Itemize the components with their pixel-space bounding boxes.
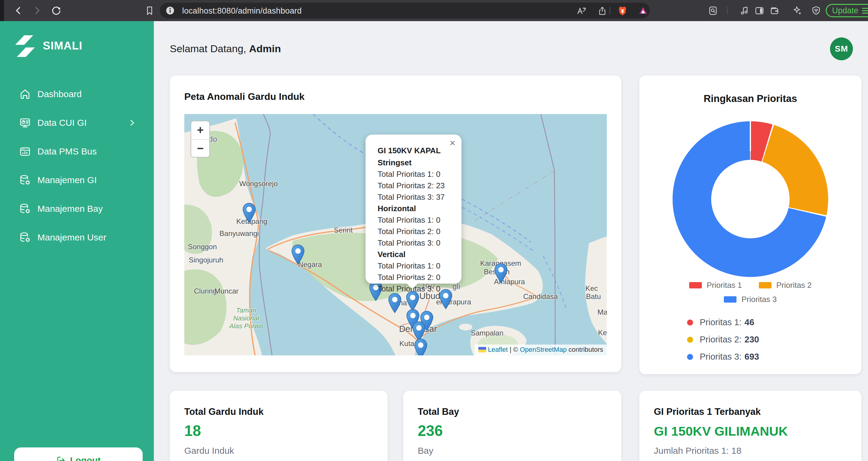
back-icon[interactable] [14, 6, 24, 16]
map-card-title: Peta Anomali Gardu Induk [184, 91, 305, 102]
map-popup: × GI 150KV KAPAL Stringset Total Priorit… [366, 134, 461, 284]
sidebar: SIMALI Dashboard Data CUI GI Data PMS Bu… [0, 21, 154, 461]
map-marker[interactable] [414, 339, 427, 356]
sidebar-item-data-cui-gi[interactable]: Data CUI GI [0, 112, 154, 133]
avatar[interactable]: SM [830, 37, 853, 60]
zoom-out-button[interactable]: − [191, 140, 209, 157]
database-gear-icon [19, 203, 31, 215]
popup-line: Total Prioritas 1: 0 [378, 168, 456, 180]
home-icon [19, 88, 31, 100]
popup-title: GI 150KV KAPAL [378, 146, 456, 156]
sidebar-item-manajemen-bay[interactable]: Manajemen Bay [0, 198, 154, 219]
kpi-card-total-gardu-induk: Total Gardu Induk 18 Gardu Induk [170, 391, 388, 461]
logout-label: Logout [70, 455, 101, 461]
bookmark-icon[interactable] [145, 6, 154, 16]
username: Admin [249, 43, 281, 54]
welcome-text: Selamat Datang, Admin [170, 43, 281, 55]
popup-line: Total Prioritas 3: 0 [378, 283, 456, 295]
share-icon[interactable] [597, 6, 607, 16]
map-marker[interactable] [388, 293, 401, 313]
bat-icon[interactable] [638, 6, 648, 16]
legend-item[interactable]: Prioritas 1 [689, 281, 742, 290]
map-label: Cluring [194, 287, 217, 295]
brave-shield-icon[interactable] [618, 6, 627, 16]
popup-section-heading: Stringset [378, 157, 456, 168]
address-bar[interactable]: localhost:8080/admin/dashboard [160, 3, 650, 19]
popup-section-heading: Horizontal [378, 203, 456, 214]
map-zoom-control: + − [191, 121, 210, 157]
kpi-subtitle: Gardu Induk [184, 445, 234, 456]
chart-legend: Prioritas 1 Prioritas 2 Prioritas 3 [640, 281, 861, 304]
wallet-icon[interactable] [770, 6, 779, 16]
popup-line: Total Prioritas 1: 0 [378, 214, 456, 226]
priority-dot [687, 354, 693, 360]
sidebar-item-label: Data PMS Bus [37, 146, 97, 157]
ukraine-flag-icon [478, 347, 486, 352]
map-label: Banyuwangi [220, 229, 259, 238]
kpi-value: GI 150KV GILIMANUK [654, 424, 788, 439]
sidebar-item-manajemen-user[interactable]: Manajemen User [0, 227, 154, 248]
kpi-card-total-bay: Total Bay 236 Bay [403, 391, 621, 461]
stat-row: Prioritas 1: 46 [687, 314, 759, 331]
map-label: Wongsorejo [239, 180, 278, 188]
logout-button[interactable]: Logout [14, 448, 143, 461]
reload-icon[interactable] [51, 6, 61, 16]
map-label: Candidasa [523, 293, 558, 301]
legend-swatch [689, 282, 702, 288]
popup-section-heading: Vertical [378, 249, 456, 260]
database-gear-icon [19, 174, 31, 186]
site-info-icon[interactable] [165, 6, 175, 16]
divider [610, 7, 610, 14]
popup-line: Total Prioritas 1: 0 [378, 260, 456, 272]
priority-summary-card: Ringkasan Prioritas Prioritas 1 Priorita… [640, 75, 861, 374]
map-card: Peta Anomali Gardu Induk [170, 75, 621, 372]
kpi-title: Total Bay [418, 406, 459, 417]
legend-item[interactable]: Prioritas 2 [759, 281, 812, 290]
map-label: Batu [586, 293, 601, 301]
map-marker[interactable] [494, 263, 507, 283]
osm-link[interactable]: OpenStreetMap [520, 346, 567, 354]
sidebar-item-data-pms-bus[interactable]: Data PMS Bus [0, 141, 154, 162]
map-label: Ma [597, 308, 607, 316]
map-label: Kec [585, 284, 598, 293]
leo-sparkle-icon[interactable] [793, 6, 802, 16]
vpn-shield-icon[interactable] [811, 6, 821, 16]
zoom-in-button[interactable]: + [191, 121, 209, 139]
map-attribution: Leaflet | © OpenStreetMap contributors [475, 344, 607, 356]
search-page-icon[interactable] [708, 6, 718, 16]
leaflet-link[interactable]: Leaflet [488, 346, 508, 354]
priority-dot [687, 337, 693, 343]
forward-icon[interactable] [32, 6, 42, 16]
sidebar-item-label: Manajemen Bay [37, 204, 103, 214]
kpi-title: Total Gardu Induk [184, 406, 264, 417]
popup-line: Total Prioritas 3: 0 [378, 237, 456, 249]
map-marker[interactable] [291, 244, 305, 265]
music-icon[interactable] [740, 6, 749, 16]
window-chart-icon [19, 146, 31, 157]
popup-line: Total Prioritas 2: 0 [378, 272, 456, 283]
kpi-title: GI Prioritas 1 Terbanyak [654, 406, 761, 417]
sidebar-item-label: Manajemen GI [37, 175, 97, 185]
translate-icon[interactable] [577, 6, 586, 16]
sidebar-toggle-icon[interactable] [754, 6, 764, 16]
legend-item[interactable]: Prioritas 3 [724, 295, 777, 304]
map-label: Alas Purwo [228, 322, 263, 330]
logout-icon [56, 456, 66, 461]
update-button[interactable]: Update [826, 4, 868, 17]
priority-stats: Prioritas 1: 46 Prioritas 2: 230 Priorit… [687, 314, 759, 365]
sidebar-item-manajemen-gi[interactable]: Manajemen GI [0, 170, 154, 191]
popup-close-icon[interactable]: × [450, 137, 456, 148]
brand-name: SIMALI [43, 39, 82, 52]
map-marker[interactable] [243, 203, 256, 223]
kpi-subtitle: Jumlah Prioritas 1: 18 [654, 445, 741, 456]
kpi-value: 18 [184, 422, 201, 439]
sidebar-item-dashboard[interactable]: Dashboard [0, 84, 154, 105]
leaflet-map[interactable]: ondo Wongsorejo Ketapang Banyuwangi Song… [184, 114, 607, 356]
map-label: Singojuruh [189, 256, 223, 264]
map-label: Sampalan [471, 329, 503, 337]
legend-swatch [759, 282, 772, 288]
sidebar-item-label: Manajemen User [37, 232, 106, 243]
window-edge [0, 0, 4, 21]
chevron-right-icon [129, 120, 136, 126]
popup-line: Total Prioritas 2: 0 [378, 226, 456, 237]
